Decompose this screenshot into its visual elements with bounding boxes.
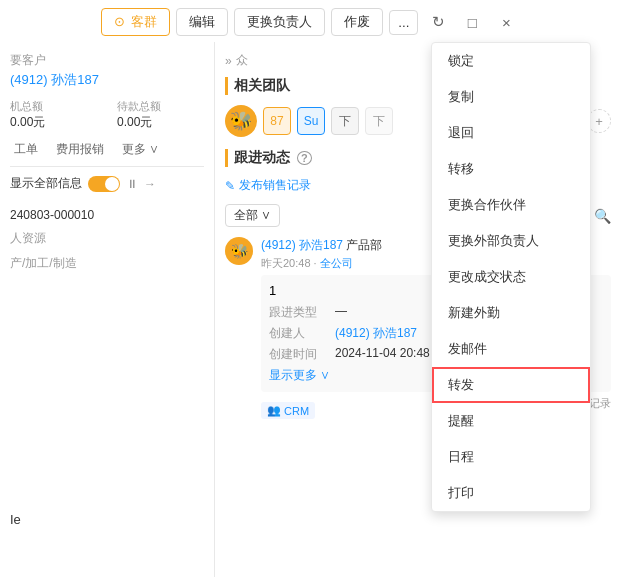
menu-item-remind[interactable]: 提醒 (432, 403, 590, 439)
show-more-label: 显示更多 ∨ (269, 367, 330, 384)
activity-time: 昨天20:48 (261, 257, 311, 269)
group-button[interactable]: ⊙ 客群 (101, 8, 171, 36)
menu-item-change-external[interactable]: 更换外部负责人 (432, 223, 590, 259)
category-label: 产/加工/制造 (10, 255, 204, 272)
show-all-label: 显示全部信息 (10, 175, 82, 192)
created-time-value: 2024-11-04 20:48 (335, 346, 430, 363)
more-button[interactable]: ... (389, 10, 418, 35)
team-badge-87[interactable]: 87 (263, 107, 291, 135)
arrow-icon: → (144, 177, 156, 191)
assign-button[interactable]: 更换负责人 (234, 8, 325, 36)
help-icon: ? (297, 151, 312, 165)
activity-name[interactable]: (4912) 孙浩187 (261, 238, 343, 252)
resource-label: 人资源 (10, 230, 204, 247)
publish-label: 发布销售记录 (239, 177, 311, 194)
dropdown-menu: 锁定 复制 退回 转移 更换合作伙伴 更换外部负责人 更改成交状态 新建外勤 发… (431, 42, 591, 512)
activity-dept: 产品部 (346, 238, 382, 252)
edit-button[interactable]: 编辑 (176, 8, 228, 36)
breadcrumb-nav: » (225, 54, 232, 68)
menu-item-return[interactable]: 退回 (432, 115, 590, 151)
menu-item-change-deal-status[interactable]: 更改成交状态 (432, 259, 590, 295)
creator-label: 创建人 (269, 325, 329, 342)
status-button[interactable]: 作废 (331, 8, 383, 36)
menu-item-schedule[interactable]: 日程 (432, 439, 590, 475)
machine-total: 机总额 0.00元 (10, 99, 97, 131)
team-badge-su[interactable]: Su (297, 107, 325, 135)
filter-all-button[interactable]: 全部 ∨ (225, 204, 280, 227)
pending-value: 0.00元 (117, 114, 204, 131)
filter-all-label: 全部 ∨ (234, 207, 271, 224)
show-all-row: 显示全部信息 ⏸ → (10, 175, 204, 192)
pending-label: 待款总额 (117, 99, 204, 114)
tab-workorder[interactable]: 工单 (10, 139, 42, 160)
close-button[interactable]: × (492, 8, 520, 36)
menu-item-print[interactable]: 打印 (432, 475, 590, 511)
breadcrumb-item: 众 (236, 52, 248, 69)
customer-label: 要客户 (10, 52, 204, 69)
crm-tag-icon: 👥 (267, 404, 281, 417)
refresh-button[interactable]: ↻ (424, 8, 452, 36)
order-section: 240803-000010 (10, 208, 204, 222)
track-type-label: 跟进类型 (269, 304, 329, 321)
menu-item-send-email[interactable]: 发邮件 (432, 331, 590, 367)
category-section: 产/加工/制造 (10, 255, 204, 272)
show-all-toggle[interactable] (88, 176, 120, 192)
left-panel: 要客户 (4912) 孙浩187 机总额 0.00元 待款总额 0.00元 工单… (0, 42, 215, 577)
crm-tag-label: CRM (284, 405, 309, 417)
toolbar: ⊙ 客群 编辑 更换负责人 作废 ... ↻ □ × (0, 0, 621, 45)
ie-label: Ie (10, 512, 204, 527)
crm-tag: 👥 CRM (261, 402, 315, 419)
menu-item-change-partner[interactable]: 更换合作伙伴 (432, 187, 590, 223)
machine-total-value: 0.00元 (10, 114, 97, 131)
financial-info-row: 机总额 0.00元 待款总额 0.00元 (10, 99, 204, 131)
customer-value[interactable]: (4912) 孙浩187 (10, 71, 204, 89)
menu-item-copy[interactable]: 复制 (432, 79, 590, 115)
order-id: 240803-000010 (10, 208, 204, 222)
team-badge-xia1[interactable]: 下 (331, 107, 359, 135)
track-type-value: — (335, 304, 347, 321)
resource-section: 人资源 (10, 230, 204, 247)
expand-button[interactable]: □ (458, 8, 486, 36)
menu-item-transfer[interactable]: 转移 (432, 151, 590, 187)
dynamics-title-text: 跟进动态 (234, 149, 290, 165)
machine-total-label: 机总额 (10, 99, 97, 114)
team-badge-xia2[interactable]: 下 (365, 107, 393, 135)
group-label: 客群 (131, 14, 157, 29)
activity-scope[interactable]: 全公司 (320, 257, 353, 269)
creator-value[interactable]: (4912) 孙浩187 (335, 325, 417, 342)
pending-total: 待款总额 0.00元 (117, 99, 204, 131)
group-icon: ⊙ (114, 14, 125, 29)
search-icon[interactable]: 🔍 (594, 208, 611, 224)
menu-item-forward[interactable]: 转发 (432, 367, 590, 403)
main-area: SHTOP SHTOP SHTOP SHTOP SHTOP SHTOP SHTO… (0, 0, 621, 577)
activity-avatar: 🐝 (225, 237, 253, 265)
menu-item-lock[interactable]: 锁定 (432, 43, 590, 79)
menu-item-new-field-work[interactable]: 新建外勤 (432, 295, 590, 331)
edit-icon: ✎ (225, 179, 235, 193)
created-time-label: 创建时间 (269, 346, 329, 363)
pause-icon: ⏸ (126, 177, 138, 191)
left-tab-row: 工单 费用报销 更多 ∨ (10, 139, 204, 167)
tab-more[interactable]: 更多 ∨ (118, 139, 163, 160)
tab-expense[interactable]: 费用报销 (52, 139, 108, 160)
team-avatar: 🐝 (225, 105, 257, 137)
